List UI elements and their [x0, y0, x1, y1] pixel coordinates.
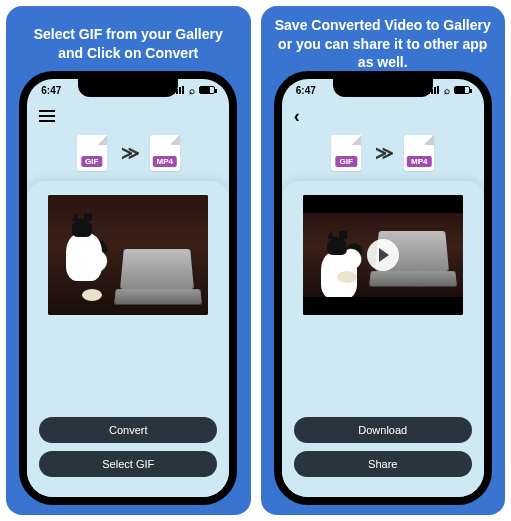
mp4-badge: MP4 [153, 156, 177, 167]
video-preview[interactable] [303, 195, 463, 315]
top-bar: ‹ [282, 101, 484, 131]
panel-caption: Select GIF from your Gallery and Click o… [14, 16, 243, 71]
top-bar [27, 101, 229, 131]
select-gif-button[interactable]: Select GIF [39, 451, 217, 477]
menu-icon[interactable] [39, 110, 55, 122]
battery-icon [199, 86, 215, 94]
wifi-icon: ⌕ [189, 85, 195, 96]
convert-button[interactable]: Convert [39, 417, 217, 443]
promo-panel-left: Select GIF from your Gallery and Click o… [6, 6, 251, 515]
gif-badge: GIF [336, 156, 357, 167]
status-time: 6:47 [41, 85, 61, 96]
back-icon[interactable]: ‹ [294, 106, 300, 127]
phone-frame: 6:47 ⌕ ‹ GIF ≫ MP4 [274, 71, 492, 505]
play-icon[interactable] [367, 239, 399, 271]
mp4-badge: MP4 [407, 156, 431, 167]
phone-frame: 6:47 ⌕ GIF ≫ MP4 [19, 71, 237, 505]
status-time: 6:47 [296, 85, 316, 96]
arrow-icon: ≫ [121, 142, 136, 164]
conversion-hero: GIF ≫ MP4 [27, 131, 229, 181]
promo-panel-right: Save Converted Video to Gallery or you c… [261, 6, 506, 515]
phone-notch [78, 79, 178, 97]
arrow-icon: ≫ [375, 142, 390, 164]
gif-preview[interactable] [48, 195, 208, 315]
wifi-icon: ⌕ [444, 85, 450, 96]
gif-file-icon: GIF [331, 135, 361, 171]
gif-file-icon: GIF [77, 135, 107, 171]
mp4-file-icon: MP4 [150, 135, 180, 171]
mp4-file-icon: MP4 [404, 135, 434, 171]
phone-notch [333, 79, 433, 97]
gif-badge: GIF [81, 156, 102, 167]
content-card: Download Share [282, 181, 484, 497]
battery-icon [454, 86, 470, 94]
conversion-hero: GIF ≫ MP4 [282, 131, 484, 181]
phone-screen: 6:47 ⌕ GIF ≫ MP4 [27, 79, 229, 497]
phone-screen: 6:47 ⌕ ‹ GIF ≫ MP4 [282, 79, 484, 497]
share-button[interactable]: Share [294, 451, 472, 477]
content-card: Convert Select GIF [27, 181, 229, 497]
download-button[interactable]: Download [294, 417, 472, 443]
panel-caption: Save Converted Video to Gallery or you c… [269, 16, 498, 71]
